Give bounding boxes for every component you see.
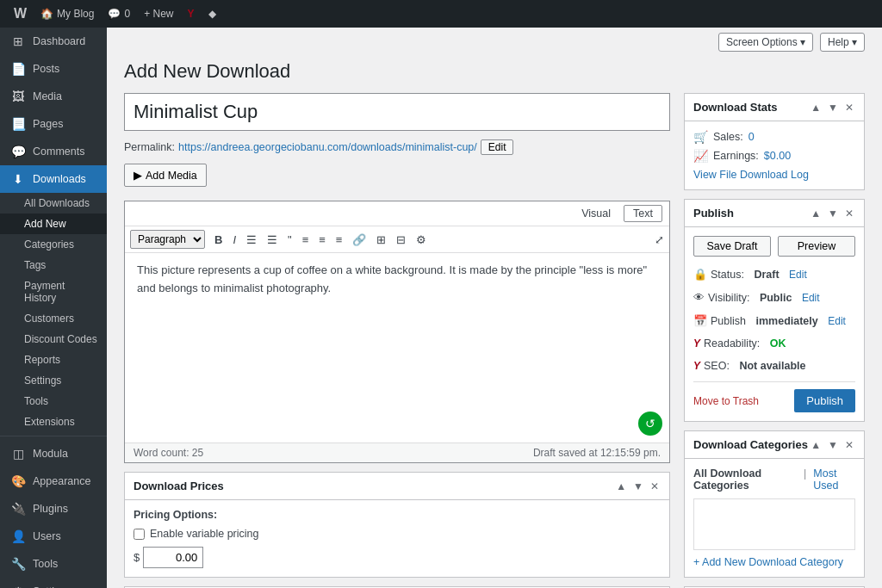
downloads-icon: ⬇ bbox=[10, 172, 26, 186]
sidebar-item-posts[interactable]: 📄 Posts bbox=[0, 55, 107, 83]
expand-button[interactable]: ⤢ bbox=[655, 233, 664, 246]
submenu-tools[interactable]: Tools bbox=[0, 391, 107, 412]
sidebar-item-media[interactable]: 🖼 Media bbox=[0, 83, 107, 110]
earnings-value[interactable]: $0.00 bbox=[764, 150, 791, 162]
tab-visual[interactable]: Visual bbox=[572, 205, 620, 222]
users-icon: 👤 bbox=[10, 529, 26, 543]
editor-toolbar: Paragraph B I ☰ ☰ " ≡ ≡ ≡ 🔗 ⊞ bbox=[125, 226, 669, 253]
visibility-row: 👁 Visibility: Public Edit bbox=[693, 288, 855, 306]
diamond-item[interactable]: ◆ bbox=[202, 0, 223, 28]
cat-up-button[interactable]: ▲ bbox=[809, 439, 823, 451]
tab-text[interactable]: Text bbox=[624, 205, 662, 222]
sidebar-item-settings[interactable]: ⚙ Settings bbox=[0, 578, 107, 588]
publish-time-row: 📅 Publish immediately Edit bbox=[693, 312, 855, 330]
download-stats-title: Download Stats bbox=[693, 101, 778, 114]
cat-close-button[interactable]: ✕ bbox=[843, 439, 855, 451]
move-to-trash-link[interactable]: Move to Trash bbox=[693, 395, 759, 407]
collapse-up-button[interactable]: ▲ bbox=[614, 480, 628, 492]
publish-up-button[interactable]: ▲ bbox=[809, 207, 823, 220]
sidebar-item-comments[interactable]: 💬 Comments bbox=[0, 138, 107, 165]
publish-down-button[interactable]: ▼ bbox=[826, 207, 840, 220]
stats-up-button[interactable]: ▲ bbox=[809, 102, 823, 114]
modula-icon: ◫ bbox=[10, 447, 26, 461]
cat-tab-all[interactable]: All Download Categories bbox=[693, 467, 797, 492]
price-input[interactable] bbox=[143, 547, 203, 568]
download-stats-body: 🛒 Sales: 0 📈 Earnings: $0.00 View File D… bbox=[685, 121, 864, 189]
align-right-button[interactable]: ≡ bbox=[332, 232, 347, 248]
collapse-down-button[interactable]: ▼ bbox=[631, 480, 645, 492]
submenu-tags[interactable]: Tags bbox=[0, 255, 107, 275]
status-row: 🔒 Status: Draft Edit bbox=[693, 265, 855, 283]
submenu-categories[interactable]: Categories bbox=[0, 234, 107, 255]
cat-tab-most-used[interactable]: Most Used bbox=[813, 467, 855, 492]
comments-item[interactable]: 💬 0 bbox=[101, 0, 137, 28]
align-center-button[interactable]: ≡ bbox=[314, 232, 330, 248]
save-draft-button[interactable]: Save Draft bbox=[693, 236, 771, 257]
sidebar-item-plugins[interactable]: 🔌 Plugins bbox=[0, 495, 107, 523]
sidebar-label-appearance: Appearance bbox=[33, 475, 90, 487]
cat-tabs: All Download Categories | Most Used bbox=[693, 467, 855, 492]
price-symbol: $ bbox=[134, 551, 140, 564]
view-log-link[interactable]: View File Download Log bbox=[693, 169, 809, 181]
sidebar-item-modula[interactable]: ◫ Modula bbox=[0, 440, 107, 467]
sidebar-item-downloads[interactable]: ⬇ Downloads bbox=[0, 165, 107, 193]
comments-menu-icon: 💬 bbox=[10, 145, 26, 158]
metabox-close-button[interactable]: ✕ bbox=[649, 480, 661, 492]
editor-tabs: Visual Text bbox=[125, 201, 669, 226]
post-title-input[interactable] bbox=[124, 93, 670, 131]
editor-body[interactable]: This picture represents a cup of coffee … bbox=[125, 253, 669, 443]
download-prices-body: Pricing Options: Enable variable pricing… bbox=[125, 500, 669, 577]
ordered-list-button[interactable]: ☰ bbox=[263, 232, 282, 248]
sidebar-item-appearance[interactable]: 🎨 Appearance bbox=[0, 467, 107, 495]
unordered-list-button[interactable]: ☰ bbox=[242, 232, 261, 248]
wp-logo-item[interactable]: W bbox=[7, 0, 34, 28]
download-prices-metabox: Download Prices ▲ ▼ ✕ Pricing Options: bbox=[124, 472, 670, 578]
format-select[interactable]: Paragraph bbox=[130, 230, 205, 249]
sidebar-label-tools: Tools bbox=[33, 558, 58, 570]
refresh-button[interactable]: ↺ bbox=[638, 412, 662, 436]
submenu-customers[interactable]: Customers bbox=[0, 308, 107, 329]
permalink-url[interactable]: https://andreea.georgeciobanu.com/downlo… bbox=[178, 141, 477, 153]
stats-down-button[interactable]: ▼ bbox=[826, 102, 840, 114]
cat-down-button[interactable]: ▼ bbox=[826, 439, 840, 451]
publish-close-button[interactable]: ✕ bbox=[843, 207, 855, 220]
submenu-reports[interactable]: Reports bbox=[0, 350, 107, 370]
stats-close-button[interactable]: ✕ bbox=[843, 102, 855, 114]
blockquote-button[interactable]: " bbox=[283, 232, 296, 248]
status-label: Status: bbox=[711, 269, 744, 281]
submenu-settings-dl[interactable]: Settings bbox=[0, 370, 107, 391]
submenu-extensions[interactable]: Extensions bbox=[0, 412, 107, 432]
posts-icon: 📄 bbox=[10, 62, 26, 76]
bold-button[interactable]: B bbox=[210, 232, 227, 248]
variable-pricing-checkbox[interactable] bbox=[134, 529, 145, 540]
add-media-button[interactable]: ▶ Add Media bbox=[124, 164, 207, 187]
link-button[interactable]: 🔗 bbox=[348, 232, 370, 248]
visibility-edit-link[interactable]: Edit bbox=[802, 292, 820, 304]
new-item[interactable]: + New bbox=[137, 0, 180, 28]
my-blog-item[interactable]: 🏠 My Blog bbox=[34, 0, 101, 28]
publish-button[interactable]: Publish bbox=[794, 389, 855, 412]
sidebar-item-dashboard[interactable]: ⊞ Dashboard bbox=[0, 28, 107, 55]
toolbar-settings-button[interactable]: ⚙ bbox=[412, 232, 431, 248]
help-button[interactable]: Help ▾ bbox=[820, 33, 865, 52]
submenu-payment-history[interactable]: Payment History bbox=[0, 275, 107, 308]
italic-button[interactable]: I bbox=[228, 232, 240, 248]
submenu-add-new[interactable]: Add New bbox=[0, 214, 107, 234]
edit-slug-button[interactable]: Edit bbox=[481, 139, 514, 155]
align-left-button[interactable]: ≡ bbox=[298, 232, 314, 248]
submenu-all-downloads[interactable]: All Downloads bbox=[0, 193, 107, 214]
yoast-item[interactable]: Y bbox=[181, 0, 202, 28]
preview-button[interactable]: Preview bbox=[778, 236, 855, 257]
add-new-category-link[interactable]: + Add New Download Category bbox=[693, 556, 843, 568]
sidebar-item-users[interactable]: 👤 Users bbox=[0, 523, 107, 550]
variable-pricing-label: Enable variable pricing bbox=[150, 528, 258, 540]
table2-button[interactable]: ⊟ bbox=[392, 232, 410, 248]
sales-value[interactable]: 0 bbox=[748, 131, 755, 143]
table-button[interactable]: ⊞ bbox=[372, 232, 390, 248]
sidebar-item-tools[interactable]: 🔧 Tools bbox=[0, 550, 107, 578]
publish-time-edit-link[interactable]: Edit bbox=[828, 315, 846, 327]
sidebar-item-pages[interactable]: 📃 Pages bbox=[0, 110, 107, 138]
screen-options-button[interactable]: Screen Options ▾ bbox=[718, 33, 813, 52]
submenu-discount-codes[interactable]: Discount Codes bbox=[0, 329, 107, 350]
status-edit-link[interactable]: Edit bbox=[789, 269, 807, 281]
